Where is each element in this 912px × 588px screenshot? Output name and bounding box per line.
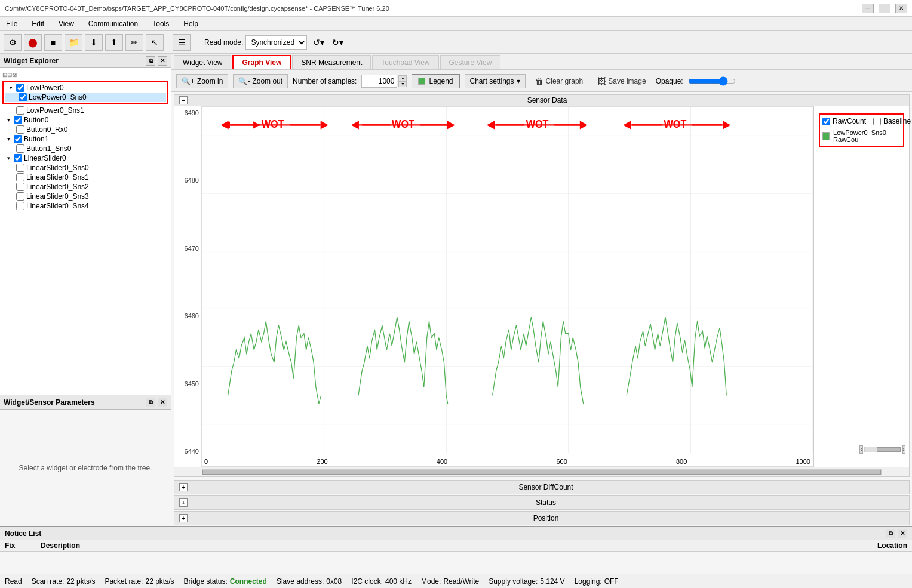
samples-input[interactable] — [361, 75, 397, 88]
menu-communication[interactable]: Communication — [85, 19, 142, 29]
tree-item-ls-sns2[interactable]: LinearSlider0_Sns2 — [2, 182, 168, 192]
widget-explorer-header: Widget Explorer ⧉ ✕ — [0, 54, 171, 68]
checkbox-button1-sns0[interactable] — [16, 144, 24, 153]
status-slave: Slave address: 0x08 — [277, 577, 342, 586]
clear-graph-button[interactable]: 🗑 Clear graph — [530, 75, 588, 87]
legend-series-label: LowPower0_Sns0 RawCou — [833, 129, 901, 143]
upload-button[interactable]: ⬆ — [105, 34, 123, 51]
tree-icons-row: ⊞⊟⊠ — [2, 70, 168, 79]
legend-button[interactable]: Legend — [412, 74, 459, 88]
tab-snr-measurement[interactable]: SNR Measurement — [292, 55, 371, 69]
cursor-button[interactable]: ↖ — [146, 34, 164, 51]
checkbox-button1[interactable] — [14, 135, 22, 143]
notice-col-loc: Location — [877, 541, 907, 550]
checkbox-lowpower0-sns0[interactable] — [19, 93, 27, 101]
close-notice-button[interactable]: ✕ — [898, 529, 907, 538]
tree-item-button1[interactable]: ▾ Button1 — [2, 134, 168, 144]
read-mode-dropdown[interactable]: Synchronized Continuous — [245, 35, 307, 50]
checkbox-ls-sns0[interactable] — [16, 164, 24, 172]
close-button[interactable]: ✕ — [895, 4, 907, 13]
chart-scrollbar-area — [174, 467, 909, 476]
close-panel-button[interactable]: ✕ — [158, 56, 167, 66]
label-ls-sns0: LinearSlider0_Sns0 — [26, 164, 89, 172]
tree-item-lowpower0[interactable]: ▾ LowPower0 — [5, 83, 166, 93]
undo-button[interactable]: ↺▾ — [309, 34, 327, 51]
chart-settings-button[interactable]: Chart settings ▾ — [465, 74, 526, 88]
gear-button[interactable]: ⚙ — [4, 34, 22, 51]
tree-item-button1-sns0[interactable]: Button1_Sns0 — [2, 144, 168, 153]
expand-button0[interactable]: ▾ — [5, 116, 12, 124]
sensor-data-toggle[interactable]: − — [179, 96, 188, 104]
sensor-diffcount-toggle[interactable]: + — [179, 483, 188, 491]
minimize-button[interactable]: ─ — [862, 4, 874, 13]
save-image-button[interactable]: 🖼 Save image — [592, 75, 650, 87]
tab-graph-view[interactable]: Graph View — [232, 55, 291, 69]
spin-up-button[interactable]: ▲ — [398, 75, 407, 81]
legend-scroll-right[interactable]: › — [902, 445, 906, 454]
legend-scroll-left[interactable]: ‹ — [859, 445, 863, 454]
tree-item-ls-sns3[interactable]: LinearSlider0_Sns3 — [2, 192, 168, 201]
tree-item-ls-sns0[interactable]: LinearSlider0_Sns0 — [2, 163, 168, 173]
svg-marker-34 — [723, 122, 729, 128]
stop-square-button[interactable]: ■ — [44, 34, 62, 51]
tree-item-ls-sns4[interactable]: LinearSlider0_Sns4 — [2, 201, 168, 211]
checkbox-ls-sns1[interactable] — [16, 173, 24, 181]
zoom-out-button[interactable]: 🔍- Zoom out — [233, 74, 288, 88]
tree-item-button0[interactable]: ▾ Button0 — [2, 115, 168, 125]
legend-baseline-checkbox[interactable] — [873, 118, 881, 125]
tree-item-linearslider0[interactable]: ▾ LinearSlider0 — [2, 153, 168, 163]
position-section[interactable]: + Position — [174, 511, 910, 525]
tree-item-button0-rx0[interactable]: Button0_Rx0 — [2, 125, 168, 134]
notice-col-fix: Fix — [5, 541, 41, 550]
opaque-slider[interactable] — [688, 76, 736, 86]
list-button[interactable]: ☰ — [173, 34, 191, 51]
expand-button1[interactable]: ▾ — [5, 135, 12, 143]
legend-scrollbar[interactable] — [864, 447, 901, 452]
checkbox-ls-sns3[interactable] — [16, 192, 24, 201]
chart-scrollbar[interactable] — [202, 469, 882, 475]
tab-widget-view[interactable]: Widget View — [174, 55, 231, 69]
bridge-label: Bridge status: — [183, 577, 227, 586]
stop-button[interactable]: ⬤ — [24, 34, 42, 51]
checkbox-linearslider0[interactable] — [14, 154, 22, 162]
menu-edit[interactable]: Edit — [28, 19, 48, 29]
chart-scrollbar-thumb[interactable] — [202, 470, 881, 475]
close-params-button[interactable]: ✕ — [158, 398, 167, 407]
edit-button[interactable]: ✏ — [125, 34, 143, 51]
status-section[interactable]: + Status — [174, 495, 910, 510]
menu-view[interactable]: View — [55, 19, 78, 29]
checkbox-ls-sns2[interactable] — [16, 183, 24, 191]
expand-linearslider0[interactable]: ▾ — [5, 154, 12, 162]
folder-button[interactable]: 📁 — [65, 34, 82, 51]
checkbox-lowpower0-sns1[interactable] — [16, 106, 24, 115]
expand-lowpower0[interactable]: ▾ — [7, 84, 14, 92]
tree-item-lowpower0-sns0[interactable]: LowPower0_Sns0 — [5, 93, 166, 102]
checkbox-lowpower0[interactable] — [16, 84, 24, 92]
x-label-1000: 1000 — [796, 458, 810, 465]
undo-redo-group: ↺▾ ↻▾ — [309, 34, 346, 51]
float-notice-button[interactable]: ⧉ — [886, 529, 895, 538]
clear-graph-icon: 🗑 — [535, 76, 543, 86]
tab-bar: Widget View Graph View SNR Measurement T… — [171, 54, 912, 70]
menu-help[interactable]: Help — [180, 19, 202, 29]
redo-button[interactable]: ↻▾ — [328, 34, 346, 51]
menu-file[interactable]: File — [2, 19, 21, 29]
position-toggle[interactable]: + — [179, 514, 188, 522]
tree-item-lowpower0-sns1[interactable]: LowPower0_Sns1 — [2, 106, 168, 115]
label-lowpower0: LowPower0 — [26, 84, 64, 92]
legend-scrollbar-thumb[interactable] — [877, 447, 901, 452]
spin-down-button[interactable]: ▼ — [398, 81, 407, 87]
maximize-button[interactable]: □ — [879, 4, 890, 13]
checkbox-button0-rx0[interactable] — [16, 125, 24, 134]
sensor-diffcount-section[interactable]: + Sensor DiffCount — [174, 480, 910, 494]
checkbox-button0[interactable] — [14, 116, 22, 124]
download-button[interactable]: ⬇ — [85, 34, 103, 51]
float-params-button[interactable]: ⧉ — [146, 398, 155, 407]
float-button[interactable]: ⧉ — [146, 56, 155, 66]
legend-rawcount-checkbox[interactable] — [822, 118, 830, 125]
menu-tools[interactable]: Tools — [149, 19, 173, 29]
zoom-in-button[interactable]: 🔍+ Zoom in — [176, 74, 228, 88]
status-toggle[interactable]: + — [179, 498, 188, 507]
checkbox-ls-sns4[interactable] — [16, 202, 24, 210]
tree-item-ls-sns1[interactable]: LinearSlider0_Sns1 — [2, 173, 168, 182]
